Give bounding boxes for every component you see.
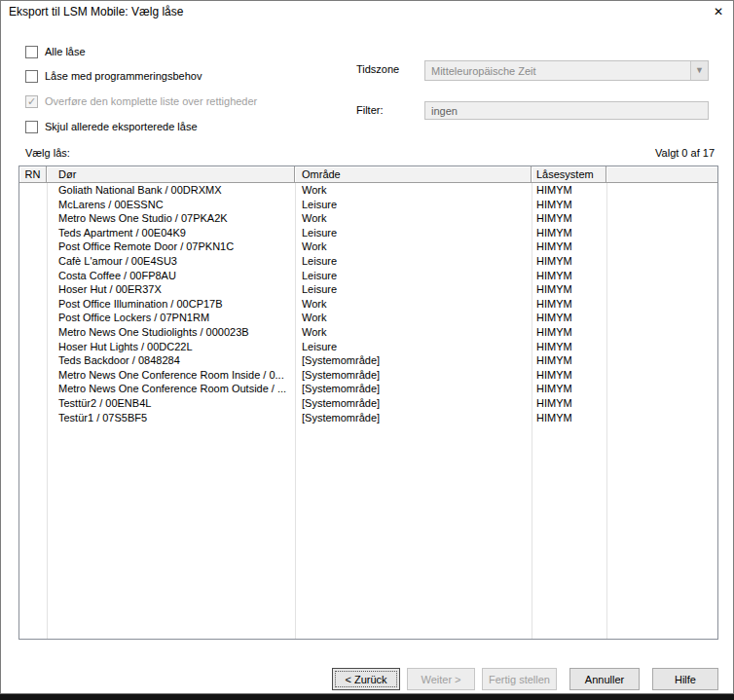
cell-door: Costa Coffee / 00FP8AU: [47, 269, 295, 283]
cell-area: Work: [295, 211, 532, 226]
cell-area: [Systemområde]: [295, 411, 532, 425]
table-row[interactable]: Costa Coffee / 00FP8AULeisureHIMYM: [19, 269, 717, 283]
cell-area: Work: [295, 183, 532, 198]
cell-sys: HIMYM: [532, 340, 606, 354]
table-row[interactable]: Testür1 / 07S5BF5[Systemområde]HIMYM: [19, 411, 717, 425]
cell-area: [Systemområde]: [295, 382, 532, 396]
cell-door: Metro News One Studiolights / 000023B: [47, 325, 295, 340]
titlebar[interactable]: Eksport til LSM Mobile: Vælg låse ✕: [1, 1, 733, 22]
cell-door: Post Office Illumination / 00CP17B: [47, 297, 295, 312]
cell-rn: [19, 297, 47, 312]
cell-rn: [19, 183, 47, 198]
checkbox-label: Overføre den komplette liste over rettig…: [45, 95, 257, 107]
cell-rn: [19, 396, 47, 411]
cell-area: Work: [295, 239, 532, 254]
cell-door: Goliath National Bank / 00DRXMX: [47, 183, 295, 198]
checkbox-alle-laase[interactable]: Alle låse: [25, 45, 86, 58]
back-button[interactable]: < Zurück: [332, 668, 400, 690]
table-row[interactable]: Testtür2 / 00ENB4L[Systemområde]HIMYM: [19, 396, 717, 411]
next-button[interactable]: Weiter >: [407, 668, 475, 690]
cell-rn: [19, 254, 47, 269]
column-header-area[interactable]: Område: [295, 166, 532, 182]
cell-door: Metro News One Studio / 07PKA2K: [47, 211, 295, 226]
cell-rn: [19, 282, 47, 297]
table-row[interactable]: Goliath National Bank / 00DRXMXWorkHIMYM: [19, 183, 717, 198]
cell-door: Metro News One Conference Room Outside /…: [47, 382, 295, 396]
cell-sys: HIMYM: [532, 325, 606, 340]
cell-sys: HIMYM: [532, 353, 606, 368]
lock-table-body: Goliath National Bank / 00DRXMXWorkHIMYM…: [19, 183, 717, 640]
checkbox-laase-med-programmeringsbehov[interactable]: Låse med programmeringsbehov: [25, 69, 202, 83]
table-row[interactable]: Hoser Hut / 00ER37XLeisureHIMYM: [19, 282, 717, 297]
cell-sys: HIMYM: [532, 211, 606, 226]
cell-door: Testtür2 / 00ENB4L: [47, 396, 295, 411]
table-row[interactable]: McLarens / 00ESSNCLeisureHIMYM: [19, 198, 717, 212]
cell-area: [Systemområde]: [295, 353, 532, 368]
cell-sys: HIMYM: [532, 198, 606, 212]
column-header-rn[interactable]: RN: [19, 166, 47, 182]
cell-door: Post Office Lockers / 07PN1RM: [47, 311, 295, 325]
cell-sys: HIMYM: [532, 411, 606, 425]
filter-input[interactable]: [424, 101, 709, 120]
checkbox-box: [25, 70, 38, 83]
cell-area: [Systemområde]: [295, 368, 532, 383]
chevron-down-icon[interactable]: ▼: [690, 61, 708, 80]
cell-door: Teds Backdoor / 0848284: [47, 353, 295, 368]
help-button[interactable]: Hilfe: [652, 668, 718, 690]
cell-door: Teds Apartment / 00E04K9: [47, 226, 295, 240]
table-row[interactable]: Metro News One Studiolights / 000023BWor…: [19, 325, 717, 340]
cell-sys: HIMYM: [532, 282, 606, 297]
cell-sys: HIMYM: [532, 226, 606, 240]
cell-door: Hoser Hut Lights / 00DC22L: [47, 340, 295, 354]
table-row[interactable]: Post Office Lockers / 07PN1RMWorkHIMYM: [19, 311, 717, 325]
cell-sys: HIMYM: [532, 368, 606, 383]
cell-rn: [19, 368, 47, 383]
cell-area: Leisure: [295, 198, 532, 212]
checkbox-box: [25, 95, 38, 108]
column-header-laasesystem[interactable]: Låsesystem: [532, 166, 606, 182]
cell-area: Leisure: [295, 226, 532, 240]
cell-area: Work: [295, 311, 532, 325]
cell-area: Leisure: [295, 254, 532, 269]
cancel-button[interactable]: Annuller: [569, 668, 640, 690]
cell-area: Leisure: [295, 340, 532, 354]
table-row[interactable]: Hoser Hut Lights / 00DC22LLeisureHIMYM: [19, 340, 717, 354]
table-row[interactable]: Cafè L'amour / 00E4SU3LeisureHIMYM: [19, 254, 717, 269]
cell-sys: HIMYM: [532, 396, 606, 411]
checkbox-label: Låse med programmeringsbehov: [45, 70, 202, 82]
cell-sys: HIMYM: [532, 311, 606, 325]
cell-rn: [19, 211, 47, 226]
cell-door: Cafè L'amour / 00E4SU3: [47, 254, 295, 269]
checkbox-box: [25, 46, 38, 58]
cell-sys: HIMYM: [532, 269, 606, 283]
table-row[interactable]: Metro News One Studio / 07PKA2KWorkHIMYM: [19, 211, 717, 226]
table-row[interactable]: Metro News One Conference Room Outside /…: [19, 382, 717, 396]
tidszone-select[interactable]: Mitteleuropäische Zeit ▼: [424, 60, 709, 81]
cell-sys: HIMYM: [532, 297, 606, 312]
filter-label: Filter:: [356, 104, 384, 116]
table-row[interactable]: Teds Apartment / 00E04K9LeisureHIMYM: [19, 226, 717, 240]
table-row[interactable]: Teds Backdoor / 0848284[Systemområde]HIM…: [19, 353, 717, 368]
cell-rn: [19, 340, 47, 354]
finish-button[interactable]: Fertig stellen: [482, 668, 557, 690]
column-header-empty[interactable]: [606, 166, 717, 182]
cell-rn: [19, 325, 47, 340]
cell-area: [Systemområde]: [295, 396, 532, 411]
cell-rn: [19, 411, 47, 425]
table-row[interactable]: Post Office Illumination / 00CP17BWorkHI…: [19, 297, 717, 312]
cell-door: Testür1 / 07S5BF5: [47, 411, 295, 425]
tidszone-label: Tidszone: [356, 63, 399, 75]
column-header-door[interactable]: Dør: [47, 166, 295, 182]
cell-area: Leisure: [295, 282, 532, 297]
checkbox-overfoere-komplet-liste: Overføre den komplette liste over rettig…: [25, 94, 257, 108]
checkbox-skjul-eksporterede[interactable]: Skjul allerede eksporterede låse: [25, 120, 198, 133]
close-icon[interactable]: ✕: [704, 1, 733, 22]
cell-area: Work: [295, 297, 532, 312]
cell-rn: [19, 353, 47, 368]
table-row[interactable]: Metro News One Conference Room Inside / …: [19, 368, 717, 383]
checkbox-label: Skjul allerede eksporterede låse: [45, 121, 198, 132]
tidszone-value: Mitteleuropäische Zeit: [431, 65, 536, 77]
checkbox-label: Alle låse: [45, 46, 86, 57]
table-row[interactable]: Post Office Remote Door / 07PKN1CWorkHIM…: [19, 239, 717, 254]
cell-rn: [19, 269, 47, 283]
